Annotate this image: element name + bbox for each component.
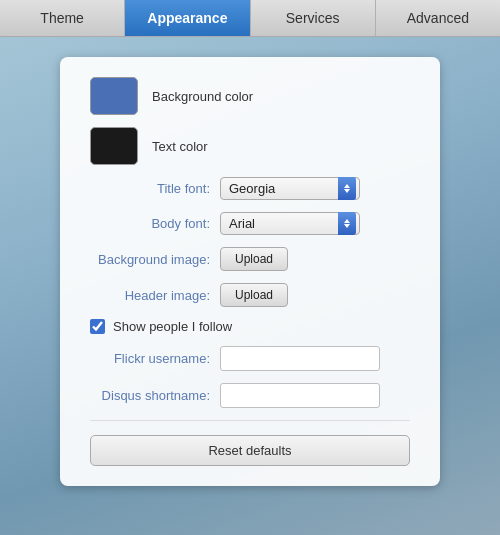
background-image-label: Background image:	[90, 252, 210, 267]
background-color-row: Background color	[90, 77, 410, 115]
divider	[90, 420, 410, 421]
body-font-label: Body font:	[90, 216, 210, 231]
reset-defaults-button[interactable]: Reset defaults	[90, 435, 410, 466]
background-color-label: Background color	[152, 89, 253, 104]
text-color-swatch[interactable]	[90, 127, 138, 165]
background-upload-button[interactable]: Upload	[220, 247, 288, 271]
tab-theme[interactable]: Theme	[0, 0, 125, 36]
title-font-select[interactable]: Georgia Arial Times New Roman Verdana	[220, 177, 360, 200]
title-font-label: Title font:	[90, 181, 210, 196]
header-upload-button[interactable]: Upload	[220, 283, 288, 307]
header-image-label: Header image:	[90, 288, 210, 303]
title-font-select-wrapper: Georgia Arial Times New Roman Verdana	[220, 177, 360, 200]
tab-services[interactable]: Services	[251, 0, 376, 36]
header-image-row: Header image: Upload	[90, 283, 410, 307]
body-font-select[interactable]: Arial Georgia Helvetica Verdana	[220, 212, 360, 235]
panel-container: Background color Text color Title font: …	[0, 37, 500, 535]
appearance-panel: Background color Text color Title font: …	[60, 57, 440, 486]
flickr-label: Flickr username:	[90, 351, 210, 366]
title-font-row: Title font: Georgia Arial Times New Roma…	[90, 177, 410, 200]
flickr-row: Flickr username:	[90, 346, 410, 371]
body-font-row: Body font: Arial Georgia Helvetica Verda…	[90, 212, 410, 235]
disqus-label: Disqus shortname:	[90, 388, 210, 403]
body-font-select-wrapper: Arial Georgia Helvetica Verdana	[220, 212, 360, 235]
show-people-label: Show people I follow	[113, 319, 232, 334]
text-color-label: Text color	[152, 139, 208, 154]
show-people-checkbox[interactable]	[90, 319, 105, 334]
background-color-swatch[interactable]	[90, 77, 138, 115]
background-image-row: Background image: Upload	[90, 247, 410, 271]
tab-appearance[interactable]: Appearance	[125, 0, 250, 36]
reset-row: Reset defaults	[90, 435, 410, 466]
show-people-row: Show people I follow	[90, 319, 410, 334]
text-color-row: Text color	[90, 127, 410, 165]
tab-advanced[interactable]: Advanced	[376, 0, 500, 36]
disqus-input[interactable]	[220, 383, 380, 408]
flickr-input[interactable]	[220, 346, 380, 371]
tab-bar: Theme Appearance Services Advanced	[0, 0, 500, 37]
disqus-row: Disqus shortname:	[90, 383, 410, 408]
